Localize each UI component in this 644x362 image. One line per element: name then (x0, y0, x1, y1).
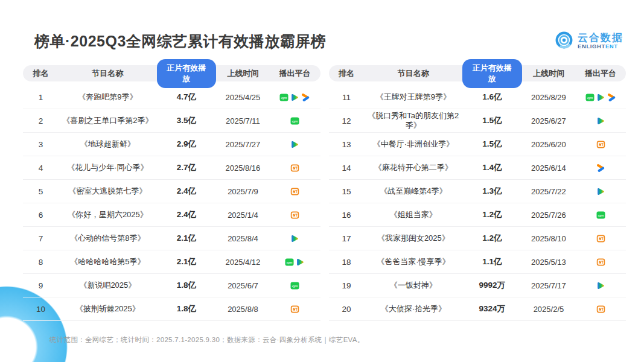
cell-date: 2025/8/29 (522, 93, 576, 102)
cell-rank: 16 (329, 211, 365, 220)
cell-name: 《姐姐当家》 (365, 210, 463, 220)
table-row: 10《披荆斩棘2025》1.8亿2025/8/8 (23, 297, 320, 321)
cell-platforms: iQIYI (575, 93, 626, 102)
svg-text:iQIYI: iQIYI (292, 119, 298, 122)
table-row: 17《我家那闺女2025》1.2亿2025/8/10 (329, 227, 626, 250)
mgtv-icon (290, 187, 299, 196)
cell-views: 1.4亿 (462, 162, 522, 173)
column-header-views-pill: 正片有效播放 (462, 59, 522, 88)
cell-platforms (270, 305, 320, 314)
cell-date: 2025/5/13 (522, 258, 576, 267)
table-header-row: 排名节目名称正片有效播放上线时间播出平台 (329, 65, 626, 81)
svg-text:iQIYI: iQIYI (598, 214, 604, 217)
svg-text:iQIYI: iQIYI (587, 96, 593, 99)
table-row: 16《姐姐当家》1.2亿2025/7/26iQIYI (329, 203, 626, 227)
table-row: 19《一饭封神》9992万2025/7/17 (329, 274, 626, 297)
cell-name: 《披荆斩棘2025》 (59, 304, 157, 314)
ranking-table-left: 排名节目名称正片有效播放上线时间播出平台1《奔跑吧第9季》4.7亿2025/4/… (23, 65, 320, 321)
mgtv-icon (290, 211, 299, 220)
cell-platforms: iQIYI (575, 211, 626, 220)
cell-rank: 18 (329, 258, 365, 267)
page-title: 榜单·2025Q3全网综艺累计有效播放霸屏榜 (34, 31, 326, 51)
cell-date: 2025/7/9 (216, 187, 270, 196)
cell-name: 《哈哈哈哈哈第5季》 (59, 257, 157, 267)
youku-icon (607, 93, 616, 102)
cell-name: 《奔跑吧第9季》 (59, 92, 157, 102)
cell-date: 2025/8/4 (216, 234, 270, 243)
cell-rank: 20 (329, 305, 365, 314)
cell-platforms (575, 187, 626, 196)
enlightent-swirl-icon (555, 31, 573, 52)
tencent-video-icon (290, 234, 299, 243)
cell-date: 2025/1/4 (216, 211, 270, 220)
cell-rank: 12 (329, 116, 365, 125)
column-header: 节目名称 (365, 68, 463, 79)
cell-views: 3.5亿 (157, 115, 217, 126)
iqiyi-icon: iQIYI (279, 93, 289, 102)
cell-date: 2025/6/27 (522, 116, 576, 125)
cell-views: 2.7亿 (157, 162, 217, 173)
table-row: 2《喜剧之王单口季第2季》3.5亿2025/7/11iQIYI (23, 109, 320, 133)
mgtv-icon (596, 140, 605, 149)
table-row: 4《花儿与少年·同心季》2.7亿2025/8/16 (23, 156, 320, 180)
cell-name: 《中餐厅·非洲创业季》 (365, 139, 463, 149)
tencent-video-icon (290, 93, 299, 102)
table-row: 15《战至巅峰第4季》1.3亿2025/7/22 (329, 180, 626, 203)
cell-rank: 9 (23, 281, 59, 290)
table-row: 7《心动的信号第8季》2.1亿2025/8/4 (23, 227, 320, 250)
ranking-table-right: 排名节目名称正片有效播放上线时间播出平台11《王牌对王牌第9季》1.6亿2025… (329, 65, 626, 321)
cell-date: 2025/7/17 (522, 281, 576, 290)
enlightent-logo: 云合数据 ENLIGHTENT (555, 31, 623, 52)
cell-rank: 8 (23, 258, 59, 267)
cell-date: 2025/8/16 (216, 164, 270, 173)
cell-views: 1.5亿 (462, 139, 522, 150)
footer-note: 统计范围：全网综艺；统计时间：2025.7.1-2025.9.30；数据来源：云… (49, 335, 365, 345)
tencent-video-icon (596, 281, 605, 290)
cell-rank: 2 (23, 116, 59, 125)
tencent-video-icon (596, 93, 605, 102)
cell-name: 《你好，星期六2025》 (59, 210, 157, 220)
cell-platforms (575, 164, 626, 173)
cell-date: 2025/2/5 (522, 305, 576, 314)
cell-date: 2025/7/22 (522, 187, 576, 196)
mgtv-icon (596, 234, 605, 243)
cell-platforms (270, 164, 320, 173)
cell-platforms: iQIYI (270, 93, 320, 102)
cell-rank: 19 (329, 281, 365, 290)
table-row: 9《新说唱2025》1.8亿2025/6/7iQIYI (23, 274, 320, 297)
cell-date: 2025/6/7 (216, 281, 270, 290)
cell-views: 1.8亿 (157, 280, 217, 291)
cell-name: 《脱口秀和Ta的朋友们第2季》 (365, 111, 463, 131)
cell-date: 2025/8/10 (522, 234, 576, 243)
iqiyi-icon: iQIYI (290, 116, 299, 125)
cell-platforms (575, 305, 626, 314)
cell-platforms: iQIYI (270, 258, 320, 267)
mgtv-icon (290, 305, 299, 314)
mgtv-icon (596, 305, 605, 314)
cell-name: 《花儿与少年·同心季》 (59, 163, 157, 173)
column-header-views-pill: 正片有效播放 (157, 59, 217, 88)
cell-platforms (575, 116, 626, 125)
cell-views: 1.6亿 (462, 92, 522, 103)
cell-rank: 13 (329, 140, 365, 149)
cell-name: 《战至巅峰第4季》 (365, 186, 463, 196)
cell-rank: 7 (23, 234, 59, 243)
logo-brand-cn: 云合数据 (578, 33, 623, 43)
column-header: 播出平台 (270, 68, 320, 79)
cell-rank: 5 (23, 187, 59, 196)
column-header: 上线时间 (216, 68, 270, 79)
cell-views: 1.1亿 (462, 256, 522, 267)
cell-date: 2025/4/25 (216, 93, 270, 102)
column-header: 正片有效播放 (462, 61, 522, 86)
cell-views: 1.3亿 (462, 186, 522, 197)
cell-name: 《一饭封神》 (365, 281, 463, 290)
table-row: 6《你好，星期六2025》2.4亿2025/1/4 (23, 203, 320, 227)
iqiyi-icon: iQIYI (596, 211, 605, 220)
cell-rank: 14 (329, 164, 365, 173)
column-header: 正片有效播放 (157, 61, 217, 86)
cell-rank: 17 (329, 234, 365, 243)
tencent-video-icon (596, 187, 605, 196)
cell-name: 《王牌对王牌第9季》 (365, 92, 463, 102)
page-header: 榜单·2025Q3全网综艺累计有效播放霸屏榜 云合数据 ENLIGHTENT (34, 27, 623, 56)
cell-views: 2.4亿 (157, 209, 217, 220)
